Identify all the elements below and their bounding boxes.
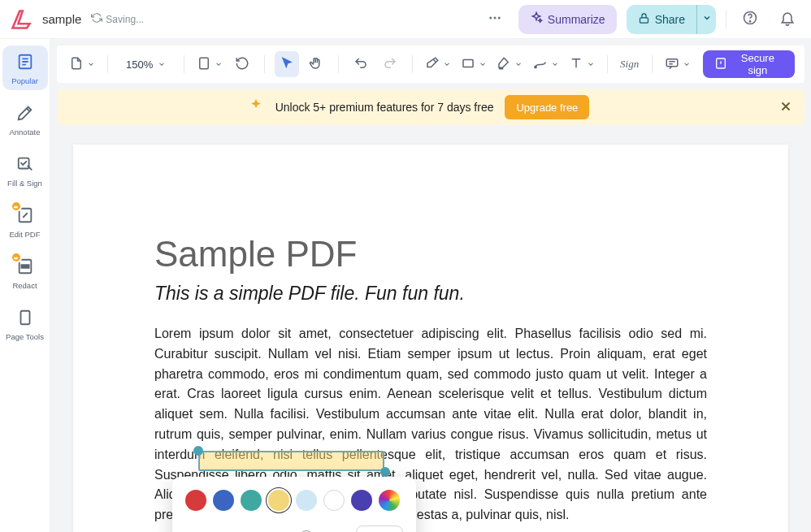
chevron-down-icon <box>683 58 691 71</box>
edit-pdf-icon <box>14 204 37 227</box>
draw-icon <box>533 56 548 73</box>
chevron-down-icon <box>158 58 166 71</box>
banner-close-button[interactable] <box>778 99 793 116</box>
hand-icon <box>309 56 323 73</box>
color-swatch[interactable] <box>185 490 206 511</box>
selection-handle-se[interactable] <box>380 467 390 477</box>
cursor-icon <box>280 56 294 73</box>
sidebar-item-redact[interactable]: Redact <box>2 250 48 295</box>
lock-icon <box>638 12 650 27</box>
popular-icon <box>14 50 37 73</box>
sidebar-item-popular[interactable]: Popular <box>2 45 48 90</box>
more-icon <box>488 11 502 28</box>
eraser-button[interactable] <box>423 51 453 77</box>
select-tool-button[interactable] <box>275 51 299 77</box>
sign-icon: Sign <box>620 58 639 71</box>
opacity-value-box: % <box>356 526 403 532</box>
svg-point-14 <box>534 66 536 67</box>
help-button[interactable] <box>736 6 764 33</box>
color-swatch[interactable] <box>323 490 345 511</box>
doc-subtitle: This is a simple PDF file. Fun fun fun. <box>154 283 707 305</box>
svg-rect-3 <box>640 17 648 22</box>
secure-sign-button[interactable]: Secure sign <box>703 50 795 78</box>
sidebar-item-edit-pdf[interactable]: Edit PDF <box>2 199 48 244</box>
sidebar-item-fill-sign[interactable]: Fill & Sign <box>2 148 48 192</box>
selection-handle-nw[interactable] <box>193 446 203 456</box>
sync-icon <box>91 12 102 26</box>
upgrade-banner: Unlock 5+ premium features for 7 days fr… <box>57 89 804 125</box>
summarize-button[interactable]: Summarize <box>518 5 617 34</box>
page-add-button[interactable] <box>194 51 225 77</box>
pdf-page[interactable]: Sample PDF This is a simple PDF file. Fu… <box>73 145 788 532</box>
chevron-down-icon <box>443 58 451 71</box>
sidebar-item-label: Popular <box>11 76 38 85</box>
chevron-down-icon <box>702 13 712 25</box>
svg-rect-13 <box>463 59 473 67</box>
sidebar-item-label: Edit PDF <box>9 230 40 239</box>
redo-icon <box>383 56 397 73</box>
pan-tool-button[interactable] <box>304 51 328 77</box>
chevron-down-icon <box>514 58 523 71</box>
close-icon <box>778 104 793 116</box>
sidebar: Popular Annotate Fill & Sign Edit PDF Re… <box>0 39 50 532</box>
annotate-icon <box>14 102 37 124</box>
undo-icon <box>353 56 368 73</box>
highlight-icon <box>497 56 511 73</box>
document-area[interactable]: Sample PDF This is a simple PDF file. Fu… <box>50 132 811 532</box>
document-title[interactable]: sample <box>42 12 81 26</box>
secure-icon <box>714 57 727 72</box>
help-icon <box>742 10 758 28</box>
file-icon <box>69 56 84 73</box>
bell-icon <box>779 10 796 28</box>
page-tools-icon <box>14 306 37 329</box>
sparkle-icon <box>530 11 543 27</box>
undo-button[interactable] <box>349 51 373 77</box>
page-icon <box>197 56 211 73</box>
chevron-down-icon <box>551 58 559 71</box>
share-button[interactable]: Share <box>627 5 696 34</box>
svg-point-0 <box>489 17 492 19</box>
sidebar-item-label: Annotate <box>9 128 40 136</box>
comment-icon <box>665 56 679 73</box>
color-swatch[interactable] <box>268 490 289 511</box>
notifications-button[interactable] <box>774 6 801 33</box>
svg-point-5 <box>749 21 750 22</box>
draw-button[interactable] <box>530 51 561 77</box>
color-swatch[interactable] <box>351 490 372 511</box>
chevron-down-icon <box>215 58 223 71</box>
shape-button[interactable] <box>458 51 489 77</box>
app-logo[interactable] <box>10 8 33 31</box>
comment-button[interactable] <box>662 51 693 77</box>
text-icon <box>569 56 583 73</box>
color-swatch[interactable] <box>296 490 317 511</box>
chevron-down-icon <box>479 58 487 71</box>
sidebar-item-label: Fill & Sign <box>7 179 42 188</box>
highlight-color-panel: % <box>172 477 416 532</box>
text-button[interactable] <box>566 51 597 77</box>
color-picker-custom[interactable] <box>379 490 400 511</box>
share-dropdown-button[interactable] <box>696 5 716 34</box>
highlight-button[interactable] <box>494 51 525 77</box>
svg-rect-12 <box>200 58 209 69</box>
zoom-dropdown[interactable]: 150% <box>118 51 174 77</box>
rotate-icon <box>235 56 249 73</box>
redo-button[interactable] <box>378 51 402 77</box>
eraser-icon <box>425 56 440 73</box>
chevron-down-icon <box>87 58 95 71</box>
premium-badge-icon <box>11 252 22 263</box>
sidebar-item-annotate[interactable]: Annotate <box>2 97 48 141</box>
color-swatch[interactable] <box>213 490 234 511</box>
svg-rect-15 <box>666 58 678 66</box>
rotate-button[interactable] <box>230 51 254 77</box>
file-menu-button[interactable] <box>67 51 98 77</box>
more-button[interactable] <box>481 6 509 33</box>
sign-button[interactable]: Sign <box>618 51 642 77</box>
saving-status: Saving... <box>91 12 144 26</box>
redact-icon <box>14 255 37 278</box>
svg-rect-11 <box>20 311 29 325</box>
color-swatch[interactable] <box>241 490 262 511</box>
sidebar-item-page-tools[interactable]: Page Tools <box>2 301 48 346</box>
chevron-down-icon <box>587 58 595 71</box>
banner-text: Unlock 5+ premium features for 7 days fr… <box>275 101 494 114</box>
upgrade-button[interactable]: Upgrade free <box>505 95 589 119</box>
